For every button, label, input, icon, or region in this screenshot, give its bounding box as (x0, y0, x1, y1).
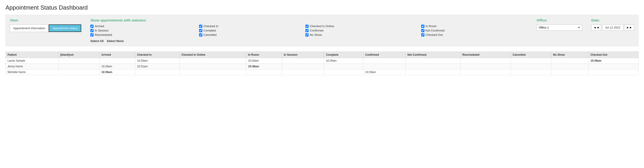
col-in-room: In Room (246, 52, 282, 58)
cell-checked-in-online (180, 58, 246, 64)
cell-arrived: 10:29am (100, 64, 135, 69)
status-checked-out[interactable]: Checked Out (421, 33, 528, 37)
cell-confirmed: 10:29am (364, 69, 406, 75)
col-no-show: No Show (551, 52, 589, 58)
cell-checked-out (588, 64, 638, 69)
status-complete[interactable]: Complete (199, 29, 301, 32)
checkbox-in-session[interactable] (90, 29, 94, 32)
checkbox-not-confirmed[interactable] (421, 29, 424, 32)
status-checked-in-online[interactable]: Checked In Online (306, 24, 417, 28)
view-section: View: Appointment information Appointmen… (10, 18, 81, 32)
col-blank-not: [blank]not (58, 52, 100, 58)
checkbox-checked-in-online[interactable] (306, 25, 308, 28)
status-in-session[interactable]: In Session (90, 29, 195, 32)
col-checked-out: Checked Out (588, 52, 638, 58)
cell-confirmed (364, 58, 406, 64)
col-confirmed: Confirmed (364, 52, 406, 58)
appointments-table: Patient [blank]not Arrived Checked In Ch… (6, 52, 638, 75)
page-title: Appointment Status Dashboard (6, 4, 638, 11)
status-confirmed[interactable]: Confirmed (306, 29, 417, 32)
cell-complete (324, 69, 364, 75)
filter-bar: View: Appointment information Appointmen… (6, 15, 638, 46)
appointment-information-button[interactable]: Appointment information (10, 24, 49, 32)
col-checked-in-online: Checked In Online (180, 52, 246, 58)
cell-blank-not (58, 58, 100, 64)
cell-blank-not (58, 64, 100, 69)
cell-cancelled (511, 58, 551, 64)
checkbox-rescheduled[interactable] (90, 33, 94, 37)
status-cancelled[interactable]: Cancelled (199, 33, 301, 37)
select-links: Select All Select None (90, 39, 528, 43)
cell-confirmed (364, 64, 406, 69)
col-checked-in: Checked In (135, 52, 180, 58)
status-rescheduled[interactable]: Rescheduled (90, 33, 195, 37)
status-not-confirmed[interactable]: Not Confirmed (421, 29, 528, 32)
checkbox-checked-out[interactable] (421, 33, 424, 37)
cell-patient: Jenny Harris (6, 64, 58, 69)
date-display: Jul 12 2022 (602, 24, 623, 31)
cell-not-confirmed (406, 64, 460, 69)
select-all-link[interactable]: Select All (90, 39, 104, 43)
status-in-room[interactable]: In Room (421, 24, 528, 28)
cell-no-show (551, 58, 589, 64)
cell-rescheduled (460, 58, 511, 64)
cell-arrived: 10:36am (100, 69, 135, 75)
col-complete: Complete (324, 52, 364, 58)
office-section: Office: Office 1 Office 2 Office 3 (536, 18, 582, 31)
cell-checked-in: 10:31am (135, 64, 180, 69)
date-label: Date: (591, 18, 634, 22)
col-cancelled: Cancelled (511, 52, 551, 58)
cell-cancelled (511, 69, 551, 75)
appointment-status-button[interactable]: Appointment status (49, 24, 81, 32)
cell-blank-not (58, 69, 100, 75)
cell-no-show (551, 69, 589, 75)
table-row: Jenny Harris 10:29am 10:31am 10:36am (6, 64, 638, 69)
status-arrived[interactable]: Arrived (90, 24, 195, 28)
checkbox-cancelled[interactable] (199, 33, 202, 37)
table-row: Laurie Sample 10:29am 10:30am 10:35am 10… (6, 58, 638, 64)
status-checked-in[interactable]: Checked In (199, 24, 301, 28)
date-section: Date: ◄◄ Jul 12 2022 ►► (591, 18, 634, 31)
cell-checked-out (588, 69, 638, 75)
cell-patient: Michelle Harris (6, 69, 58, 75)
statuses-section: Show appointments with statuses: Arrived… (90, 18, 528, 43)
checkbox-checked-in[interactable] (199, 25, 202, 28)
status-no-show[interactable]: No Show (306, 33, 417, 37)
col-patient: Patient (6, 52, 58, 58)
cell-not-confirmed (406, 69, 460, 75)
table-row: Michelle Harris 10:36am 10:29am (6, 69, 638, 75)
col-not-confirmed: Not Confirmed (406, 52, 460, 58)
view-label: View: (10, 18, 81, 22)
cell-patient: Laurie Sample (6, 58, 58, 64)
office-select[interactable]: Office 1 Office 2 Office 3 (536, 24, 582, 31)
cell-in-room: 10:30am (246, 58, 282, 64)
cell-in-session (282, 69, 324, 75)
statuses-grid: Arrived Checked In Checked In Online In … (90, 24, 528, 37)
cell-checked-in-online (180, 64, 246, 69)
checkbox-complete[interactable] (199, 29, 202, 32)
cell-no-show (551, 64, 589, 69)
checkbox-confirmed[interactable] (306, 29, 308, 32)
date-next-button[interactable]: ►► (624, 25, 634, 30)
cell-checked-in: 10:29am (135, 58, 180, 64)
office-label: Office: (536, 18, 582, 22)
checkbox-in-room[interactable] (421, 25, 424, 28)
cell-checked-in (135, 69, 180, 75)
view-buttons: Appointment information Appointment stat… (10, 24, 81, 32)
checkbox-no-show[interactable] (306, 33, 308, 37)
cell-checked-out: 10:39am (588, 58, 638, 64)
date-nav: ◄◄ Jul 12 2022 ►► (591, 24, 634, 31)
cell-in-session (282, 58, 324, 64)
cell-complete (324, 64, 364, 69)
col-arrived: Arrived (100, 52, 135, 58)
cell-arrived (100, 58, 135, 64)
cell-not-confirmed (406, 58, 460, 64)
select-none-link[interactable]: Select None (107, 39, 124, 43)
col-rescheduled: Rescheduled (460, 52, 511, 58)
cell-in-session (282, 64, 324, 69)
cell-complete: 10:35am (324, 58, 364, 64)
checkbox-arrived[interactable] (90, 25, 94, 28)
date-prev-button[interactable]: ◄◄ (591, 25, 601, 30)
cell-in-room (246, 69, 282, 75)
cell-checked-in-online (180, 69, 246, 75)
